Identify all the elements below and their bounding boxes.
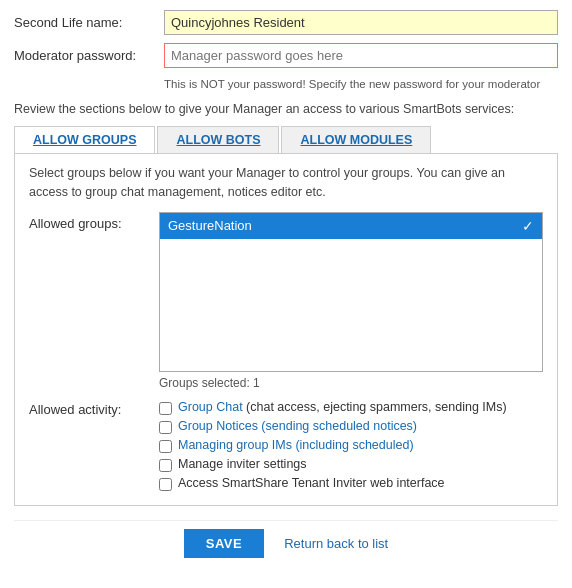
activity-list: Group Chat (chat access, ejecting spamme… (159, 400, 543, 495)
section-description: Select groups below if you want your Man… (29, 164, 543, 202)
tab-allow-groups[interactable]: ALLOW GROUPS (14, 126, 155, 153)
checkbox-inviter-settings[interactable] (159, 459, 172, 472)
tab-allow-bots[interactable]: ALLOW BOTS (157, 126, 279, 153)
group-item-name: GestureNation (168, 218, 252, 233)
save-button[interactable]: SAVE (184, 529, 264, 558)
footer-row: SAVE Return back to list (14, 520, 558, 566)
activity-item-managing-ims: Managing group IMs (including scheduled) (159, 438, 543, 453)
allowed-groups-row: Allowed groups: GestureNation ✓ Groups s… (29, 212, 543, 390)
password-helper-text: This is NOT your password! Specify the n… (164, 76, 558, 92)
checkbox-smartshare[interactable] (159, 478, 172, 491)
groups-list[interactable]: GestureNation ✓ (159, 212, 543, 372)
mod-password-input[interactable] (164, 43, 558, 68)
allowed-activity-label: Allowed activity: (29, 400, 159, 417)
mod-password-row: Moderator password: (14, 43, 558, 68)
tab-allow-modules[interactable]: ALLOW MODULES (281, 126, 431, 153)
sl-name-row: Second Life name: (14, 10, 558, 35)
groups-count-text: Groups selected: 1 (159, 376, 543, 390)
check-mark-icon: ✓ (522, 218, 534, 234)
allowed-activity-row: Allowed activity: Group Chat (chat acces… (29, 400, 543, 495)
tab-content-allow-groups: Select groups below if you want your Man… (14, 154, 558, 506)
return-link[interactable]: Return back to list (284, 536, 388, 551)
activity-item-smartshare: Access SmartShare Tenant Inviter web int… (159, 476, 543, 491)
page-wrapper: Second Life name: Moderator password: Th… (0, 0, 572, 576)
activity-group-notices-highlight: Group Notices (sending scheduled notices… (178, 419, 417, 433)
checkbox-group-chat[interactable] (159, 402, 172, 415)
review-text: Review the sections below to give your M… (14, 102, 558, 116)
activity-managing-ims-highlight: Managing group IMs (including scheduled) (178, 438, 414, 452)
sl-name-label: Second Life name: (14, 15, 164, 30)
group-item-gesturenation[interactable]: GestureNation ✓ (160, 213, 542, 239)
allowed-groups-label: Allowed groups: (29, 212, 159, 231)
checkbox-group-notices[interactable] (159, 421, 172, 434)
activity-item-group-chat: Group Chat (chat access, ejecting spamme… (159, 400, 543, 415)
activity-inviter-settings-text: Manage inviter settings (178, 457, 307, 471)
activity-group-chat-highlight: Group Chat (178, 400, 243, 414)
activity-smartshare-text: Access SmartShare Tenant Inviter web int… (178, 476, 445, 490)
tabs-row: ALLOW GROUPS ALLOW BOTS ALLOW MODULES (14, 126, 558, 154)
mod-password-label: Moderator password: (14, 48, 164, 63)
activity-item-inviter-settings: Manage inviter settings (159, 457, 543, 472)
groups-list-container: GestureNation ✓ Groups selected: 1 (159, 212, 543, 390)
activity-group-chat-suffix: (chat access, ejecting spammers, sending… (243, 400, 507, 414)
activity-item-group-notices: Group Notices (sending scheduled notices… (159, 419, 543, 434)
checkbox-managing-ims[interactable] (159, 440, 172, 453)
sl-name-input[interactable] (164, 10, 558, 35)
